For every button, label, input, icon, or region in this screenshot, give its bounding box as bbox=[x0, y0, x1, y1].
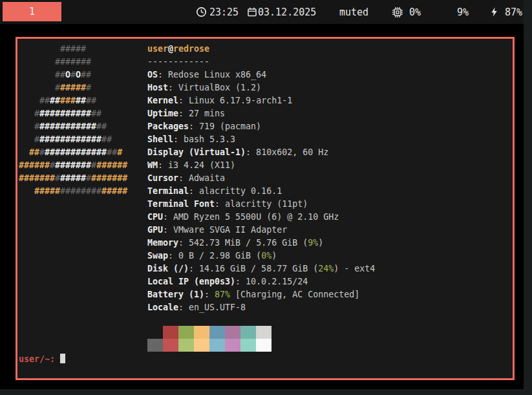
palette-swatch bbox=[225, 339, 240, 352]
palette-swatch bbox=[147, 339, 163, 352]
clock-icon bbox=[196, 0, 207, 24]
calendar-icon bbox=[247, 0, 257, 24]
palette-swatch bbox=[178, 326, 194, 339]
palette-swatch bbox=[163, 339, 178, 352]
desktop: 1 23:25 03.12.2025 muted bbox=[0, 0, 524, 389]
palette-swatch bbox=[225, 326, 240, 339]
battery-charging-icon bbox=[489, 0, 499, 24]
palette-swatch bbox=[240, 339, 256, 352]
prompt-text: user/~: bbox=[19, 354, 60, 364]
ascii-logo: ##### ####### ##O#O## ####### ##########… bbox=[19, 43, 127, 198]
palette-swatch bbox=[256, 339, 271, 352]
mute-status-label: muted bbox=[339, 0, 368, 24]
palette-swatch bbox=[194, 339, 209, 352]
color-palette bbox=[147, 326, 271, 352]
workspace-button-1[interactable]: 1 bbox=[3, 2, 61, 21]
palette-swatch bbox=[240, 326, 256, 339]
top-bar: 1 23:25 03.12.2025 muted bbox=[0, 0, 524, 24]
memory-usage-label: 9% bbox=[457, 0, 469, 24]
palette-swatch bbox=[147, 326, 163, 339]
terminal-content: ##### ####### ##O#O## ####### ##########… bbox=[17, 39, 513, 378]
cursor-block bbox=[60, 354, 65, 363]
time-label: 23:25 bbox=[209, 0, 239, 24]
palette-swatch bbox=[178, 339, 194, 352]
palette-swatch bbox=[163, 326, 178, 339]
offscreen-strip-right bbox=[524, 0, 532, 395]
palette-swatch bbox=[209, 326, 225, 339]
palette-swatch bbox=[256, 326, 271, 339]
date-label: 03.12.2025 bbox=[258, 0, 316, 24]
system-info: user@redrose------------OS: Redose Linux… bbox=[147, 43, 375, 314]
offscreen-strip-bottom bbox=[0, 389, 524, 395]
battery-level-label: 87% bbox=[505, 0, 522, 24]
terminal-window[interactable]: ##### ####### ##O#O## ####### ##########… bbox=[16, 37, 515, 380]
cpu-icon bbox=[392, 0, 403, 24]
palette-swatch bbox=[209, 339, 225, 352]
shell-prompt: user/~: bbox=[19, 353, 65, 366]
palette-swatch bbox=[194, 326, 209, 339]
cpu-usage-label: 0% bbox=[409, 0, 421, 24]
